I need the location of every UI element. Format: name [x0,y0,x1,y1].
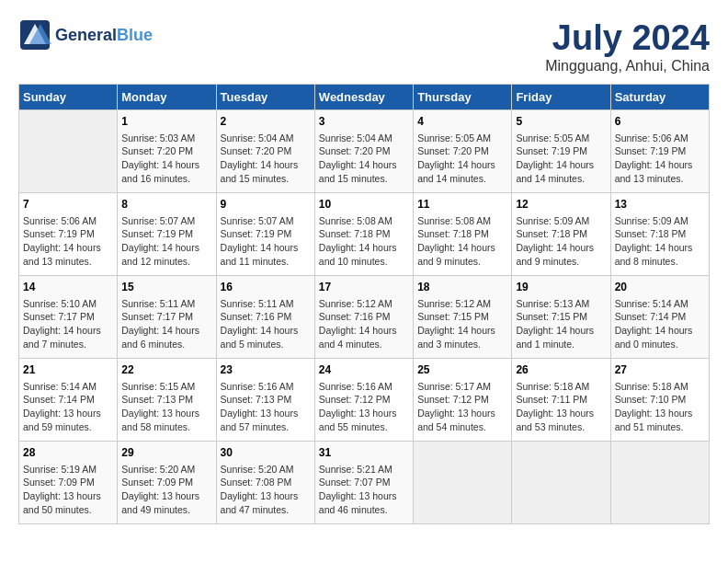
day-number: 10 [319,197,409,213]
day-info: Sunrise: 5:05 AM Sunset: 7:19 PM Dayligh… [516,132,594,184]
day-info: Sunrise: 5:06 AM Sunset: 7:19 PM Dayligh… [23,215,101,267]
calendar-cell: 12Sunrise: 5:09 AM Sunset: 7:18 PM Dayli… [512,193,610,276]
calendar-cell: 4Sunrise: 5:05 AM Sunset: 7:20 PM Daylig… [414,110,512,193]
day-info: Sunrise: 5:04 AM Sunset: 7:20 PM Dayligh… [221,132,299,184]
calendar-cell: 19Sunrise: 5:13 AM Sunset: 7:15 PM Dayli… [512,276,610,359]
day-number: 24 [319,362,409,378]
day-info: Sunrise: 5:17 AM Sunset: 7:12 PM Dayligh… [417,381,495,432]
calendar-cell: 1Sunrise: 5:03 AM Sunset: 7:20 PM Daylig… [118,110,216,193]
day-info: Sunrise: 5:16 AM Sunset: 7:13 PM Dayligh… [221,381,299,432]
day-info: Sunrise: 5:07 AM Sunset: 7:19 PM Dayligh… [221,215,299,267]
logo: GeneralBlue [18,18,153,52]
calendar-cell: 20Sunrise: 5:14 AM Sunset: 7:14 PM Dayli… [610,276,709,359]
calendar-cell: 15Sunrise: 5:11 AM Sunset: 7:17 PM Dayli… [118,276,216,359]
day-info: Sunrise: 5:14 AM Sunset: 7:14 PM Dayligh… [615,298,693,350]
calendar-cell: 5Sunrise: 5:05 AM Sunset: 7:19 PM Daylig… [512,110,610,193]
day-info: Sunrise: 5:09 AM Sunset: 7:18 PM Dayligh… [516,215,594,267]
day-number: 23 [221,362,311,378]
day-number: 13 [615,197,705,213]
calendar-month-year: July 2024 [545,18,710,58]
calendar-cell: 6Sunrise: 5:06 AM Sunset: 7:19 PM Daylig… [610,110,709,193]
day-number: 26 [516,362,606,378]
calendar-cell: 22Sunrise: 5:15 AM Sunset: 7:13 PM Dayli… [118,359,216,442]
calendar-cell: 3Sunrise: 5:04 AM Sunset: 7:20 PM Daylig… [314,110,413,193]
day-info: Sunrise: 5:12 AM Sunset: 7:16 PM Dayligh… [319,298,397,350]
calendar-cell [19,110,118,193]
calendar-cell: 31Sunrise: 5:21 AM Sunset: 7:07 PM Dayli… [314,442,413,524]
day-number: 5 [516,114,606,130]
day-number: 1 [121,114,211,130]
calendar-cell [610,442,709,524]
day-info: Sunrise: 5:05 AM Sunset: 7:20 PM Dayligh… [417,132,495,184]
day-number: 7 [23,197,113,213]
day-info: Sunrise: 5:07 AM Sunset: 7:19 PM Dayligh… [121,215,199,267]
calendar-location: Mingguang, Anhui, China [545,58,710,75]
day-info: Sunrise: 5:11 AM Sunset: 7:17 PM Dayligh… [121,298,199,350]
header-day-sunday: Sunday [19,85,118,110]
calendar-week-row: 7Sunrise: 5:06 AM Sunset: 7:19 PM Daylig… [19,193,710,276]
calendar-header-row: SundayMondayTuesdayWednesdayThursdayFrid… [19,85,710,110]
day-number: 6 [615,114,705,130]
calendar-cell [414,442,512,524]
day-info: Sunrise: 5:13 AM Sunset: 7:15 PM Dayligh… [516,298,594,350]
calendar-cell: 28Sunrise: 5:19 AM Sunset: 7:09 PM Dayli… [19,442,118,524]
calendar-cell: 2Sunrise: 5:04 AM Sunset: 7:20 PM Daylig… [216,110,314,193]
day-number: 30 [221,445,311,461]
day-info: Sunrise: 5:06 AM Sunset: 7:19 PM Dayligh… [615,132,693,184]
day-info: Sunrise: 5:09 AM Sunset: 7:18 PM Dayligh… [615,215,693,267]
header-day-saturday: Saturday [610,85,709,110]
day-info: Sunrise: 5:15 AM Sunset: 7:13 PM Dayligh… [121,381,199,432]
calendar-cell: 14Sunrise: 5:10 AM Sunset: 7:17 PM Dayli… [19,276,118,359]
calendar-cell: 29Sunrise: 5:20 AM Sunset: 7:09 PM Dayli… [118,442,216,524]
day-info: Sunrise: 5:12 AM Sunset: 7:15 PM Dayligh… [417,298,495,350]
day-info: Sunrise: 5:03 AM Sunset: 7:20 PM Dayligh… [121,132,199,184]
day-info: Sunrise: 5:10 AM Sunset: 7:17 PM Dayligh… [23,298,101,350]
calendar-cell: 9Sunrise: 5:07 AM Sunset: 7:19 PM Daylig… [216,193,314,276]
day-number: 4 [417,114,507,130]
day-number: 21 [23,362,113,378]
calendar-cell: 24Sunrise: 5:16 AM Sunset: 7:12 PM Dayli… [314,359,413,442]
day-number: 16 [221,280,311,295]
day-number: 2 [221,114,311,130]
day-number: 15 [121,280,211,295]
day-number: 11 [417,197,507,213]
logo-icon [18,18,51,52]
calendar-cell: 25Sunrise: 5:17 AM Sunset: 7:12 PM Dayli… [414,359,512,442]
calendar-cell: 27Sunrise: 5:18 AM Sunset: 7:10 PM Dayli… [610,359,709,442]
day-number: 25 [417,362,507,378]
calendar-cell: 16Sunrise: 5:11 AM Sunset: 7:16 PM Dayli… [216,276,314,359]
calendar-cell: 23Sunrise: 5:16 AM Sunset: 7:13 PM Dayli… [216,359,314,442]
day-number: 31 [319,445,409,461]
header-day-thursday: Thursday [414,85,512,110]
calendar-cell: 11Sunrise: 5:08 AM Sunset: 7:18 PM Dayli… [414,193,512,276]
day-number: 22 [121,362,211,378]
day-info: Sunrise: 5:19 AM Sunset: 7:09 PM Dayligh… [23,464,101,515]
day-number: 19 [516,280,606,295]
calendar-cell: 8Sunrise: 5:07 AM Sunset: 7:19 PM Daylig… [118,193,216,276]
day-info: Sunrise: 5:11 AM Sunset: 7:16 PM Dayligh… [221,298,299,350]
calendar-cell [512,442,610,524]
header-day-wednesday: Wednesday [314,85,413,110]
calendar-cell: 7Sunrise: 5:06 AM Sunset: 7:19 PM Daylig… [19,193,118,276]
day-info: Sunrise: 5:04 AM Sunset: 7:20 PM Dayligh… [319,132,397,184]
day-info: Sunrise: 5:21 AM Sunset: 7:07 PM Dayligh… [319,464,397,515]
calendar-cell: 17Sunrise: 5:12 AM Sunset: 7:16 PM Dayli… [314,276,413,359]
day-info: Sunrise: 5:18 AM Sunset: 7:11 PM Dayligh… [516,381,594,432]
calendar-week-row: 14Sunrise: 5:10 AM Sunset: 7:17 PM Dayli… [19,276,710,359]
day-number: 28 [23,445,113,461]
day-number: 3 [319,114,409,130]
calendar-cell: 26Sunrise: 5:18 AM Sunset: 7:11 PM Dayli… [512,359,610,442]
header-day-friday: Friday [512,85,610,110]
day-number: 29 [121,445,211,461]
day-number: 8 [121,197,211,213]
header-day-tuesday: Tuesday [216,85,314,110]
day-number: 20 [615,280,705,295]
calendar-cell: 18Sunrise: 5:12 AM Sunset: 7:15 PM Dayli… [414,276,512,359]
calendar-cell: 10Sunrise: 5:08 AM Sunset: 7:18 PM Dayli… [314,193,413,276]
calendar-table: SundayMondayTuesdayWednesdayThursdayFrid… [18,84,710,524]
day-number: 17 [319,280,409,295]
calendar-week-row: 28Sunrise: 5:19 AM Sunset: 7:09 PM Dayli… [19,442,710,524]
page-header: GeneralBlue July 2024 Mingguang, Anhui, … [18,18,710,75]
day-info: Sunrise: 5:08 AM Sunset: 7:18 PM Dayligh… [417,215,495,267]
day-number: 18 [417,280,507,295]
